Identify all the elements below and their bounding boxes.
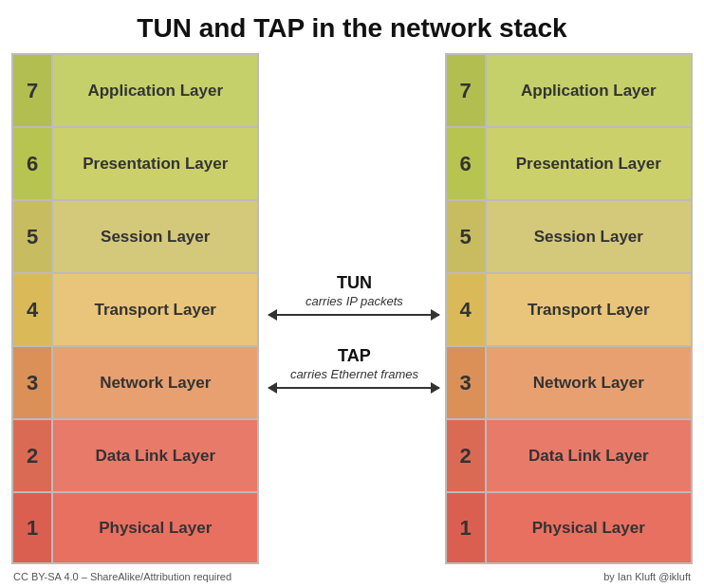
layer-row: 1Physical Layer bbox=[11, 491, 259, 564]
layer-row: 1Physical Layer bbox=[445, 491, 693, 564]
layer-name: Session Layer bbox=[487, 201, 691, 272]
layer-number: 6 bbox=[447, 128, 487, 199]
layer-row: 6Presentation Layer bbox=[11, 126, 259, 199]
layer-name: Network Layer bbox=[53, 347, 257, 418]
layer-name: Presentation Layer bbox=[487, 128, 691, 199]
layer-number: 1 bbox=[13, 493, 53, 562]
tap-sublabel: carries Ethernet frames bbox=[290, 367, 418, 381]
layer-name: Transport Layer bbox=[487, 274, 691, 345]
layer-number: 7 bbox=[447, 55, 487, 126]
tun-section: TUN carries IP packets bbox=[259, 273, 449, 316]
layer-row: 7Application Layer bbox=[445, 53, 693, 126]
layer-number: 6 bbox=[13, 128, 53, 199]
layer-number: 3 bbox=[13, 347, 53, 418]
tun-sublabel: carries IP packets bbox=[306, 294, 403, 308]
layer-number: 4 bbox=[13, 274, 53, 345]
tun-arrow bbox=[269, 314, 439, 316]
layer-row: 5Session Layer bbox=[11, 199, 259, 272]
footer: CC BY-SA 4.0 – ShareAlike/Attribution re… bbox=[0, 571, 704, 582]
layer-row: 4Transport Layer bbox=[11, 272, 259, 345]
layer-row: 2Data Link Layer bbox=[445, 418, 693, 491]
footer-right: by Ian Kluft @ikluft bbox=[603, 571, 691, 582]
layer-name: Transport Layer bbox=[53, 274, 257, 345]
layer-name: Network Layer bbox=[487, 347, 691, 418]
layer-row: 5Session Layer bbox=[445, 199, 693, 272]
layer-name: Application Layer bbox=[487, 55, 691, 126]
tap-section: TAP carries Ethernet frames bbox=[259, 346, 449, 389]
layer-name: Physical Layer bbox=[53, 493, 257, 562]
layer-number: 2 bbox=[447, 420, 487, 491]
middle-area: TUN carries IP packets TAP carries Ether… bbox=[259, 53, 444, 564]
tun-label: TUN bbox=[337, 273, 372, 293]
layer-number: 4 bbox=[447, 274, 487, 345]
layer-name: Application Layer bbox=[53, 55, 257, 126]
layer-number: 5 bbox=[447, 201, 487, 272]
tap-label: TAP bbox=[338, 346, 371, 366]
layer-number: 3 bbox=[447, 347, 487, 418]
layer-row: 6Presentation Layer bbox=[445, 126, 693, 199]
right-stack: 7Application Layer6Presentation Layer5Se… bbox=[445, 53, 693, 564]
layer-name: Session Layer bbox=[53, 201, 257, 272]
layer-number: 2 bbox=[13, 420, 53, 491]
layer-name: Data Link Layer bbox=[53, 420, 257, 491]
layer-row: 2Data Link Layer bbox=[11, 418, 259, 491]
layer-name: Data Link Layer bbox=[487, 420, 691, 491]
layer-row: 4Transport Layer bbox=[445, 272, 693, 345]
layer-row: 3Network Layer bbox=[11, 345, 259, 418]
left-stack: 7Application Layer6Presentation Layer5Se… bbox=[11, 53, 259, 564]
tap-arrow bbox=[269, 387, 439, 389]
layer-name: Physical Layer bbox=[487, 493, 691, 562]
footer-left: CC BY-SA 4.0 – ShareAlike/Attribution re… bbox=[13, 571, 232, 582]
layer-number: 7 bbox=[13, 55, 53, 126]
page-title: TUN and TAP in the network stack bbox=[0, 0, 704, 53]
layer-row: 3Network Layer bbox=[445, 345, 693, 418]
layer-name: Presentation Layer bbox=[53, 128, 257, 199]
layer-number: 1 bbox=[447, 493, 487, 562]
layer-number: 5 bbox=[13, 201, 53, 272]
layer-row: 7Application Layer bbox=[11, 53, 259, 126]
